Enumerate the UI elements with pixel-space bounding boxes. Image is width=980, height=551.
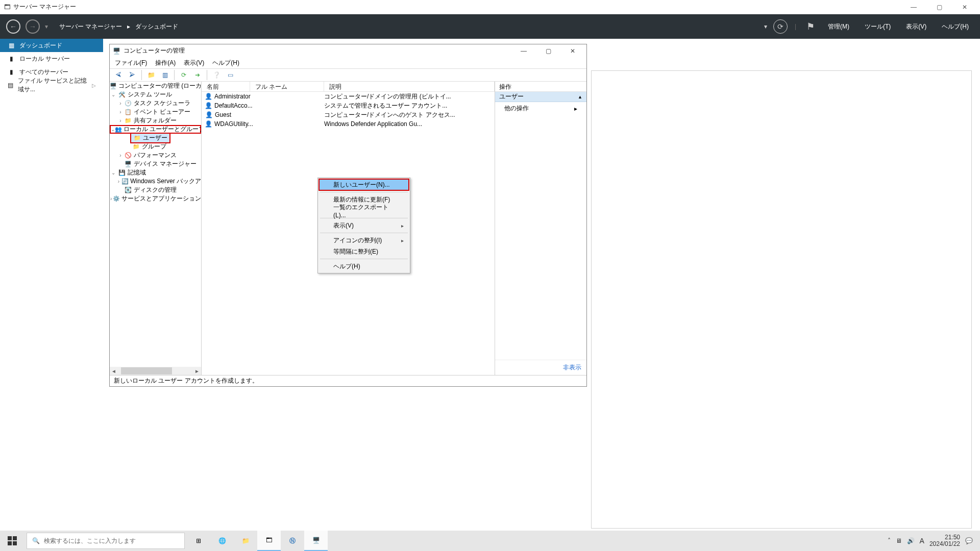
menu-tools[interactable]: ツール(T) (860, 19, 896, 34)
tray-speaker-icon[interactable]: 🔊 (907, 537, 915, 544)
mmc-minimize-button[interactable]: — (513, 44, 534, 57)
nav-back-button[interactable]: ← (6, 19, 20, 34)
tray-chevron-icon[interactable]: ˄ (888, 537, 891, 544)
sidebar-label: ダッシュボード (19, 41, 62, 50)
breadcrumb: サーバー マネージャー ▸ ダッシュボード (59, 22, 178, 31)
tray-clock[interactable]: 21:50 2024/01/22 (929, 534, 960, 547)
svg-rect-1 (13, 536, 17, 540)
local-server-icon: ▮ (7, 55, 15, 62)
submenu-arrow-icon: ▸ (574, 105, 577, 112)
ctx-new-user[interactable]: 新しいユーザー(N)... (319, 179, 409, 190)
refresh-icon[interactable]: ⟳ (773, 19, 788, 34)
start-button[interactable] (0, 531, 24, 551)
menu-file[interactable]: ファイル(F) (115, 59, 147, 67)
flag-icon[interactable]: ⚑ (803, 19, 818, 34)
nav-forward-button[interactable]: → (26, 19, 40, 34)
menu-help-sm[interactable]: ヘルプ(H) (937, 19, 974, 34)
taskbar-app-n[interactable]: Ⓝ (281, 531, 304, 551)
nav-forward-icon[interactable]: ⮚ (127, 69, 138, 81)
tray-ime-indicator[interactable]: A (920, 537, 924, 545)
tree-users[interactable]: 📁ユーザー (110, 134, 201, 142)
tree-shared-folders[interactable]: ›📁共有フォルダー (110, 116, 201, 125)
tree-storage[interactable]: ⌄💾記憶域 (110, 168, 201, 177)
tree-system-tools[interactable]: ⌄🛠️システム ツール (110, 90, 201, 99)
status-text: 新しいローカル ユーザー アカウントを作成します。 (114, 377, 258, 385)
tree-root[interactable]: 🖥️コンピューターの管理 (ローカル) (110, 82, 201, 90)
sidebar-item-local-server[interactable]: ▮ ローカル サーバー (0, 52, 103, 65)
col-fullname[interactable]: フル ネーム (250, 82, 324, 91)
export-icon[interactable]: ➜ (192, 69, 203, 81)
mmc-titlebar: 🖥️ コンピューターの管理 — ▢ ✕ (110, 44, 586, 57)
mmc-close-button[interactable]: ✕ (562, 44, 583, 57)
up-folder-icon[interactable]: 📁 (145, 69, 157, 81)
mmc-tree: 🖥️コンピューターの管理 (ローカル) ⌄🛠️システム ツール ›🕑タスク スケ… (110, 82, 202, 375)
action-pane-icon[interactable]: ▭ (225, 69, 236, 81)
tree-scrollbar[interactable]: ◄► (110, 367, 201, 375)
tree-task-scheduler[interactable]: ›🕑タスク スケジューラ (110, 99, 201, 108)
list-row[interactable]: 👤DefaultAcco...システムで管理されるユーザー アカウント... (202, 101, 495, 110)
user-icon: 👤 (205, 111, 213, 119)
breadcrumb-root[interactable]: サーバー マネージャー (59, 22, 122, 31)
list-row[interactable]: 👤Guestコンピューター/ドメインへのゲスト アクセス... (202, 110, 495, 119)
tree-device-manager[interactable]: 🖥️デバイス マネージャー (110, 160, 201, 168)
mmc-icon: 🖥️ (113, 47, 120, 55)
menu-action[interactable]: 操作(A) (155, 59, 176, 67)
list-row[interactable]: 👤Administratorコンピューター/ドメインの管理用 (ビルトイ... (202, 92, 495, 101)
actions-item-other[interactable]: 他の操作 ▸ (495, 102, 586, 115)
server-manager-sidebar: ▦ ダッシュボード ▮ ローカル サーバー ▮ すべてのサーバー ▤ ファイル … (0, 39, 103, 533)
menu-view-sm[interactable]: 表示(V) (901, 19, 932, 34)
mmc-maximize-button[interactable]: ▢ (537, 44, 559, 57)
dashboard-blank-panel (591, 70, 972, 529)
col-description[interactable]: 説明 (324, 82, 495, 91)
tree-disk-mgmt[interactable]: 💽ディスクの管理 (110, 186, 201, 194)
taskbar-app-explorer[interactable]: 📁 (234, 531, 257, 551)
taskbar-app-server-manager[interactable]: 🗔 (257, 531, 281, 551)
tray-notification-icon[interactable]: 💬 (965, 537, 973, 544)
server-manager-titlebar: 🗔 サーバー マネージャー — ▢ ✕ (0, 0, 980, 14)
help-icon[interactable]: ❔ (211, 69, 222, 81)
sidebar-item-file-services[interactable]: ▤ ファイル サービスと記憶域サ... ▷ (0, 79, 103, 92)
actions-section-user[interactable]: ユーザー ▲ (495, 92, 586, 102)
mmc-toolbar: ⮘ ⮚ 📁 ▥ ⟳ ➜ ❔ ▭ (110, 68, 586, 82)
nav-dropdown-icon[interactable]: ▾ (45, 23, 48, 30)
taskbar-app-mmc[interactable]: 🖥️ (304, 531, 328, 551)
col-name[interactable]: 名前 (202, 82, 250, 91)
header-chevron-icon[interactable]: ▾ (764, 23, 767, 30)
ctx-export-list[interactable]: 一覧のエクスポート(L)... (319, 205, 409, 216)
submenu-arrow-icon: ▸ (401, 238, 404, 243)
list-row[interactable]: 👤WDAGUtility...Windows Defender Applicat… (202, 119, 495, 129)
breadcrumb-separator: ▸ (127, 23, 130, 30)
actions-hide-link[interactable]: 非表示 (495, 360, 586, 375)
ctx-view[interactable]: 表示(V)▸ (319, 220, 409, 231)
actions-other-label: 他の操作 (504, 104, 529, 113)
sidebar-item-dashboard[interactable]: ▦ ダッシュボード (0, 39, 103, 52)
tree-performance[interactable]: ›🚫パフォーマンス (110, 151, 201, 160)
task-view-button[interactable]: ⊞ (187, 531, 210, 551)
tray-display-icon[interactable]: 🖥 (896, 537, 902, 544)
taskbar: 🔍 検索するには、ここに入力します ⊞ 🌐 📁 🗔 Ⓝ 🖥️ ˄ 🖥 🔊 A 2… (0, 531, 980, 551)
ctx-arrange-icons[interactable]: アイコンの整列(I)▸ (319, 235, 409, 246)
taskbar-search[interactable]: 🔍 検索するには、ここに入力します (27, 533, 185, 549)
nav-back-icon[interactable]: ⮘ (113, 69, 124, 81)
refresh-icon[interactable]: ⟳ (178, 69, 189, 81)
svg-rect-0 (8, 536, 12, 540)
tree-ws-backup[interactable]: ›🔄Windows Server バックア (110, 177, 201, 186)
menu-view[interactable]: 表示(V) (184, 59, 204, 67)
menu-manage[interactable]: 管理(M) (823, 19, 854, 34)
tree-services-apps[interactable]: ›⚙️サービスとアプリケーション (110, 194, 201, 203)
minimize-button[interactable]: — (902, 0, 925, 14)
maximize-button[interactable]: ▢ (928, 0, 950, 14)
svg-rect-3 (13, 541, 17, 545)
sidebar-label: ファイル サービスと記憶域サ... (18, 77, 88, 94)
properties-icon[interactable]: ▥ (159, 69, 170, 81)
file-services-icon: ▤ (7, 82, 14, 89)
ctx-help[interactable]: ヘルプ(H) (319, 261, 409, 272)
taskbar-app-edge[interactable]: 🌐 (210, 531, 234, 551)
tree-event-viewer[interactable]: ›📋イベント ビューアー (110, 108, 201, 116)
mmc-title-text: コンピューターの管理 (124, 46, 185, 55)
ctx-line-up[interactable]: 等間隔に整列(E) (319, 246, 409, 257)
tray-date: 2024/01/22 (929, 541, 960, 547)
tree-groups[interactable]: 📁グループ (110, 142, 201, 151)
menu-help[interactable]: ヘルプ(H) (212, 59, 239, 67)
close-button[interactable]: ✕ (953, 0, 976, 14)
